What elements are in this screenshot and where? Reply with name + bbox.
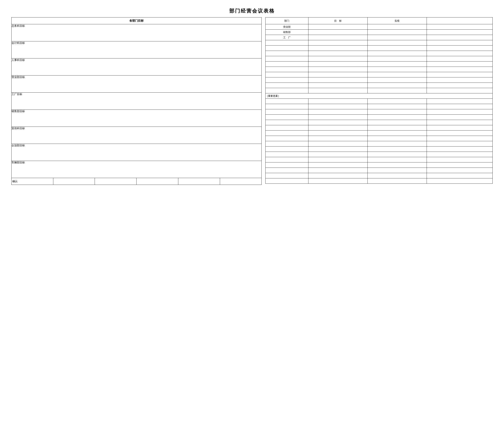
empty-cell <box>367 40 427 46</box>
table-row <box>266 131 493 136</box>
empty-cell <box>427 178 493 184</box>
empty-cell <box>308 46 367 51</box>
empty-cell <box>308 109 367 115</box>
dept-xiaoshou: 销售部 <box>266 30 308 35</box>
empty-cell <box>367 88 427 93</box>
empty-cell <box>427 61 493 67</box>
table-row <box>266 72 493 78</box>
row-label-xiaoshou: 销售部目标 <box>12 110 262 127</box>
empty-cell <box>367 163 427 168</box>
confirm-cell-3 <box>137 178 178 185</box>
empty-cell <box>308 157 367 163</box>
empty-cell <box>367 141 427 146</box>
empty-cell <box>308 136 367 141</box>
empty-cell <box>308 88 367 93</box>
empty-cell <box>367 56 427 61</box>
page-title: 部门经营会议表格 <box>229 8 275 14</box>
empty-cell <box>266 136 308 141</box>
empty-cell <box>367 115 427 120</box>
table-row <box>266 83 493 88</box>
empty-cell <box>427 99 493 104</box>
extra-xiaoshou <box>427 30 493 35</box>
table-row <box>266 173 493 178</box>
important-row: ［重要悬案］ <box>266 93 493 99</box>
empty-cell <box>266 157 308 163</box>
empty-cell <box>266 56 308 61</box>
dept-gongchang: 工 厂 <box>266 35 308 40</box>
empty-cell <box>367 46 427 51</box>
empty-cell <box>266 61 308 67</box>
table-row <box>266 109 493 115</box>
empty-cell <box>367 51 427 56</box>
page-wrapper: 部门经营会议表格 各部门目标 总务科目标 会计科目标 人事科目标 <box>11 8 493 185</box>
empty-cell <box>266 83 308 88</box>
empty-cell <box>367 152 427 157</box>
table-row <box>266 56 493 61</box>
tables-row: 各部门目标 总务科目标 会计科目标 人事科目标 营业部目标 <box>11 17 493 185</box>
col-header-target: 目 标 <box>308 18 367 24</box>
empty-cell <box>308 168 367 173</box>
target-xiaoshou <box>308 30 367 35</box>
target-gongchang <box>308 35 367 40</box>
confirm-cell-1 <box>53 178 95 185</box>
empty-cell <box>266 88 308 93</box>
col-header-result: 实绩 <box>367 18 427 24</box>
right-header-row: 部门 目 标 实绩 <box>266 18 493 24</box>
empty-cell <box>266 99 308 104</box>
empty-cell <box>427 136 493 141</box>
empty-cell <box>427 40 493 46</box>
dept-yingye: 营业部 <box>266 24 308 30</box>
confirm-cell-2 <box>95 178 137 185</box>
empty-cell <box>308 152 367 157</box>
empty-cell <box>427 83 493 88</box>
empty-cell <box>308 146 367 152</box>
table-row <box>266 78 493 83</box>
empty-cell <box>427 56 493 61</box>
empty-cell <box>427 120 493 125</box>
empty-cell <box>266 152 308 157</box>
empty-cell <box>308 51 367 56</box>
empty-cell <box>308 67 367 72</box>
row-label-renshi: 人事科目标 <box>12 58 262 76</box>
table-row: 车辆部目标 <box>12 161 262 178</box>
row-label-sumu: 总务科目标 <box>12 24 262 41</box>
empty-cell <box>266 146 308 152</box>
table-row: 企划部目标 <box>12 144 262 161</box>
empty-cell <box>266 40 308 46</box>
extra-yingye <box>427 24 493 30</box>
left-table-header: 各部门目标 <box>12 18 262 24</box>
empty-cell <box>427 152 493 157</box>
empty-cell <box>308 99 367 104</box>
empty-cell <box>308 173 367 178</box>
table-row <box>266 163 493 168</box>
empty-cell <box>266 131 308 136</box>
table-row <box>266 146 493 152</box>
empty-cell <box>308 72 367 78</box>
right-table: 部门 目 标 实绩 营业部 销售部 <box>265 17 493 184</box>
confirm-cell-4 <box>178 178 220 185</box>
empty-cell <box>367 99 427 104</box>
row-label-qihua: 企划部目标 <box>12 144 262 161</box>
empty-cell <box>266 104 308 109</box>
empty-cell <box>308 40 367 46</box>
empty-cell <box>427 67 493 72</box>
table-row: 人事科目标 <box>12 58 262 76</box>
empty-cell <box>308 78 367 83</box>
table-row <box>266 99 493 104</box>
table-row: 营业部目标 <box>12 76 262 93</box>
empty-cell <box>367 78 427 83</box>
table-row: 工 厂 <box>266 35 493 40</box>
empty-cell <box>427 163 493 168</box>
confirm-cell-5 <box>220 178 262 185</box>
important-label: ［重要悬案］ <box>266 93 493 99</box>
empty-cell <box>367 136 427 141</box>
table-row <box>266 168 493 173</box>
result-xiaoshou <box>367 30 427 35</box>
row-label-kuaiji: 会计科目标 <box>12 41 262 58</box>
empty-cell <box>367 173 427 178</box>
empty-cell <box>308 163 367 168</box>
empty-cell <box>266 178 308 184</box>
table-row: 总务科目标 <box>12 24 262 41</box>
empty-cell <box>427 78 493 83</box>
empty-cell <box>266 115 308 120</box>
